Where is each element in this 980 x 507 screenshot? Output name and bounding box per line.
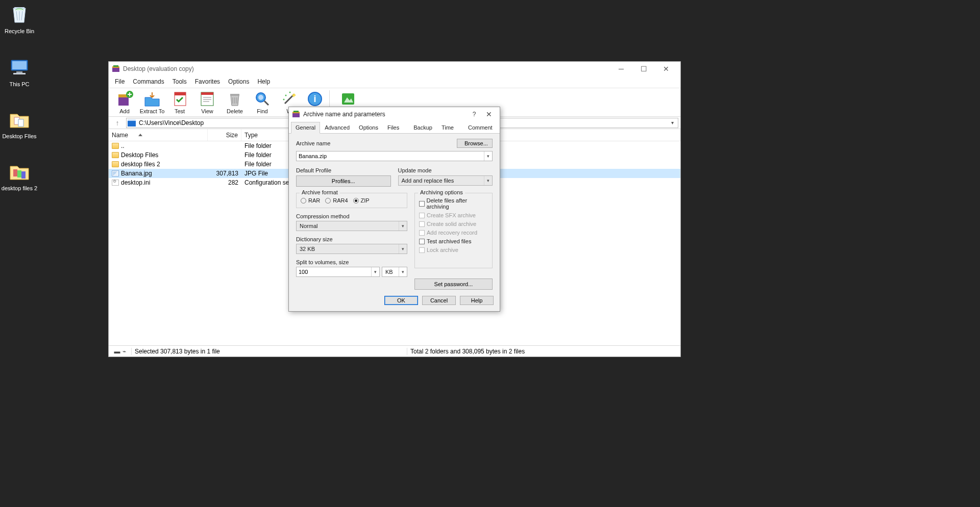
svg-rect-2 — [16, 71, 22, 73]
browse-button[interactable]: Browse... — [457, 139, 493, 148]
minimize-button[interactable]: ─ — [610, 62, 632, 76]
tab-files[interactable]: Files — [383, 122, 404, 134]
tab-options[interactable]: Options — [354, 122, 383, 134]
split-size-input-box[interactable]: ▾ — [296, 267, 380, 277]
tab-general[interactable]: General — [291, 122, 320, 134]
menu-help[interactable]: Help — [253, 76, 274, 88]
toolbar-view[interactable]: View — [193, 89, 221, 114]
svg-rect-11 — [113, 65, 118, 67]
archive-dialog: Archive name and parameters ? ✕ General … — [288, 107, 500, 312]
toolbar-label: View — [201, 108, 213, 114]
dictionary-value: 32 KB — [300, 246, 315, 252]
status-left: Selected 307,813 bytes in 1 file — [131, 348, 407, 355]
file-name: desktop files 2 — [121, 161, 160, 168]
tab-time[interactable]: Time — [437, 122, 458, 134]
dialog-tabs: General Advanced Options Files Backup Ti… — [289, 121, 500, 134]
archive-name-label: Archive name — [296, 140, 330, 146]
tab-advanced[interactable]: Advanced — [320, 122, 354, 134]
folder-icon — [7, 159, 32, 184]
svg-rect-3 — [13, 73, 26, 74]
split-unit-combo[interactable]: KB ▾ — [382, 267, 407, 277]
col-name[interactable]: Name — [109, 129, 208, 141]
update-mode-combo[interactable]: Add and replace files ▾ — [398, 175, 493, 186]
drive-icon — [128, 119, 136, 126]
maximize-button[interactable]: ☐ — [632, 62, 655, 76]
toolbar-label: Extract To — [140, 108, 165, 114]
winrar-app-icon — [112, 65, 120, 73]
toolbar-add[interactable]: Add — [111, 89, 138, 114]
svg-point-22 — [285, 95, 287, 96]
toolbar-delete[interactable]: Delete — [221, 89, 249, 114]
default-profile-label: Default Profile — [296, 167, 391, 173]
info-icon: i — [306, 90, 324, 108]
dictionary-combo[interactable]: 32 KB ▾ — [296, 244, 407, 254]
menu-file[interactable]: File — [111, 76, 129, 88]
update-mode-label: Update mode — [398, 167, 493, 173]
disk-icon: ▬ — [114, 348, 120, 355]
folder-icon — [7, 107, 32, 132]
menu-commands[interactable]: Commands — [129, 76, 168, 88]
file-name: Desktop FIles — [121, 151, 158, 159]
svg-point-24 — [283, 99, 285, 100]
menu-options[interactable]: Options — [224, 76, 253, 88]
key-icon: ⌁ — [122, 348, 126, 355]
up-button[interactable]: ↑ — [109, 119, 126, 127]
svg-point-21 — [258, 95, 263, 100]
dialog-footer: OK Cancel Help — [289, 292, 500, 311]
set-password-button[interactable]: Set password... — [414, 278, 493, 290]
archive-name-input[interactable] — [297, 153, 484, 159]
ok-button[interactable]: OK — [384, 296, 418, 305]
desktop-icon-recycle-bin[interactable]: Recycle Bin — [0, 2, 39, 35]
compression-value: Normal — [300, 223, 317, 229]
dialog-close-button[interactable]: ✕ — [481, 110, 497, 118]
desktop-icon-label: desktop files 2 — [0, 185, 39, 192]
check-test[interactable]: Test archived files — [419, 238, 488, 244]
svg-rect-16 — [175, 92, 186, 95]
chevron-down-icon[interactable]: ▾ — [371, 267, 379, 276]
menu-favorites[interactable]: Favorites — [191, 76, 224, 88]
titlebar[interactable]: Desktop (evaluation copy) ─ ☐ ✕ — [109, 62, 680, 76]
help-button[interactable]: Help — [460, 296, 494, 305]
split-size-input[interactable] — [297, 269, 371, 275]
compression-label: Compression method — [296, 213, 407, 219]
check-sfx: Create SFX archive — [419, 212, 488, 218]
desktop-icon-folder-1[interactable]: Desktop FIles — [0, 107, 39, 140]
dialog-help-button[interactable]: ? — [467, 111, 481, 118]
desktop-icon-folder-2[interactable]: desktop files 2 — [0, 159, 39, 192]
toolbar-extract[interactable]: Extract To — [138, 89, 166, 114]
toolbar-label: Test — [175, 108, 185, 114]
archive-name-dropdown[interactable]: ▾ — [484, 151, 492, 161]
toolbar-find[interactable]: Find — [249, 89, 276, 114]
tab-backup[interactable]: Backup — [409, 122, 437, 134]
close-button[interactable]: ✕ — [655, 62, 677, 76]
chevron-down-icon: ▾ — [399, 267, 407, 276]
file-size: 282 — [208, 179, 241, 186]
radio-rar4[interactable]: RAR4 — [325, 197, 348, 204]
svg-rect-7 — [17, 170, 21, 178]
svg-rect-1 — [12, 61, 27, 69]
col-size[interactable]: Size — [208, 129, 241, 141]
svg-rect-18 — [201, 92, 213, 95]
desktop-icon-this-pc[interactable]: This PC — [0, 55, 39, 88]
tab-comment[interactable]: Comment — [463, 122, 497, 134]
toolbar-info[interactable]: i — [304, 89, 326, 108]
dialog-title: Archive name and parameters — [303, 111, 467, 118]
toolbar-test[interactable]: Test — [166, 89, 193, 114]
status-right: Total 2 folders and 308,095 bytes in 2 f… — [407, 348, 680, 355]
radio-rar[interactable]: RAR — [301, 197, 320, 204]
cancel-button[interactable]: Cancel — [422, 296, 456, 305]
toolbar-virusscan[interactable] — [337, 89, 359, 108]
svg-rect-8 — [21, 171, 26, 179]
profiles-button[interactable]: Profiles... — [296, 175, 391, 187]
path-dropdown[interactable]: ▾ — [668, 120, 677, 125]
menu-tools[interactable]: Tools — [168, 76, 191, 88]
test-icon — [170, 90, 189, 108]
archive-name-combo[interactable]: ▾ — [296, 151, 493, 161]
radio-zip[interactable]: ZIP — [353, 197, 370, 204]
compression-combo[interactable]: Normal ▾ — [296, 221, 407, 231]
svg-rect-30 — [293, 111, 299, 112]
extract-icon — [143, 90, 161, 108]
check-delete-after[interactable]: Delete files after archiving — [419, 197, 488, 210]
dialog-titlebar[interactable]: Archive name and parameters ? ✕ — [289, 107, 500, 121]
split-unit-value: KB — [385, 269, 393, 275]
